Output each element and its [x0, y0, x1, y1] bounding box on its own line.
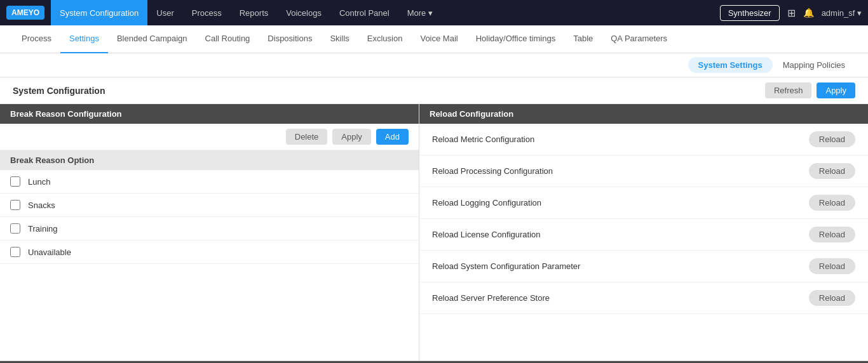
- reload-row-4: Reload System Configuration Parameter Re…: [419, 251, 868, 282]
- tab-system-settings[interactable]: System Settings: [688, 57, 773, 73]
- checkbox-lunch[interactable]: [10, 176, 20, 187]
- reload-label-1: Reload Processing Configuration: [432, 166, 553, 176]
- action-bar: Delete Apply Add: [0, 124, 419, 150]
- scrollable-content: Break Reason Configuration Delete Apply …: [0, 104, 868, 360]
- break-reason-row-2: Training: [0, 217, 419, 241]
- apply-break-button[interactable]: Apply: [332, 129, 371, 145]
- subnav-dispositions[interactable]: Dispositions: [259, 25, 321, 53]
- synthesizer-button[interactable]: Synthesizer: [720, 5, 780, 21]
- checkbox-training[interactable]: [10, 223, 20, 234]
- subnav-process[interactable]: Process: [13, 25, 60, 53]
- section-header-bar: System Configuration Refresh Apply: [0, 77, 868, 104]
- reload-btn-2[interactable]: Reload: [809, 195, 855, 211]
- reload-btn-3[interactable]: Reload: [809, 227, 855, 242]
- reload-btn-1[interactable]: Reload: [809, 163, 855, 179]
- nav-item-system-configuration[interactable]: System Configuration: [51, 0, 147, 25]
- delete-button[interactable]: Delete: [286, 129, 328, 145]
- nav-items: System Configuration User Process Report…: [51, 0, 720, 25]
- refresh-button[interactable]: Refresh: [765, 82, 812, 98]
- reload-label-5: Reload Server Preference Store: [432, 293, 550, 303]
- reload-row-0: Reload Metric Configuration Reload: [419, 124, 868, 155]
- top-nav: AMEYO System Configuration User Process …: [0, 0, 868, 25]
- nav-item-reports[interactable]: Reports: [231, 0, 278, 25]
- header-buttons: Refresh Apply: [765, 82, 855, 98]
- break-reason-column-header: Break Reason Option: [0, 150, 419, 170]
- break-reason-label-0: Lunch: [28, 177, 50, 187]
- break-reason-row-1: Snacks: [0, 194, 419, 217]
- subnav-settings[interactable]: Settings: [60, 25, 108, 53]
- subnav-blended-campaign[interactable]: Blended Campaign: [108, 25, 196, 53]
- sub-nav: Process Settings Blended Campaign Call R…: [0, 25, 868, 53]
- subnav-qa-parameters[interactable]: QA Parameters: [602, 25, 676, 53]
- nav-item-user[interactable]: User: [147, 0, 182, 25]
- nav-item-control-panel[interactable]: Control Panel: [330, 0, 398, 25]
- settings-tabs: System Settings Mapping Policies: [0, 53, 868, 77]
- bell-icon[interactable]: [803, 8, 814, 18]
- subnav-holiday-office-timings[interactable]: Holiday/Office timings: [467, 25, 564, 53]
- checkbox-snacks[interactable]: [10, 200, 20, 210]
- reload-btn-4[interactable]: Reload: [809, 258, 855, 274]
- page-wrapper: Break Reason Configuration Delete Apply …: [0, 104, 868, 363]
- left-panel: Break Reason Configuration Delete Apply …: [0, 104, 419, 360]
- subnav-skills[interactable]: Skills: [321, 25, 358, 53]
- add-button[interactable]: Add: [376, 129, 409, 145]
- right-panel: Reload Configuration Reload Metric Confi…: [419, 104, 868, 360]
- tab-mapping-policies[interactable]: Mapping Policies: [773, 57, 855, 73]
- break-reason-row-0: Lunch: [0, 170, 419, 194]
- break-reason-label-1: Snacks: [28, 201, 55, 210]
- admin-label[interactable]: admin_sf ▾: [822, 8, 862, 18]
- checkbox-unavailable[interactable]: [10, 247, 20, 257]
- grid-icon[interactable]: [787, 7, 796, 19]
- break-reason-row-3: Unavailable: [0, 241, 419, 264]
- break-reason-label-3: Unavailable: [28, 248, 71, 257]
- subnav-call-routing[interactable]: Call Routing: [196, 25, 259, 53]
- reload-label-3: Reload License Configuration: [432, 230, 541, 239]
- section-title: System Configuration: [13, 86, 105, 96]
- apply-button[interactable]: Apply: [817, 82, 855, 98]
- reload-row-3: Reload License Configuration Reload: [419, 219, 868, 251]
- reload-row-1: Reload Processing Configuration Reload: [419, 155, 868, 187]
- reload-label-2: Reload Logging Configuration: [432, 198, 541, 208]
- reload-label-4: Reload System Configuration Parameter: [432, 261, 580, 271]
- subnav-exclusion[interactable]: Exclusion: [358, 25, 412, 53]
- reload-btn-0[interactable]: Reload: [809, 131, 855, 147]
- reload-row-2: Reload Logging Configuration Reload: [419, 187, 868, 219]
- nav-item-process[interactable]: Process: [183, 0, 231, 25]
- nav-item-voicelogs[interactable]: Voicelogs: [277, 0, 330, 25]
- subnav-voice-mail[interactable]: Voice Mail: [411, 25, 466, 53]
- reload-config-header: Reload Configuration: [419, 104, 868, 124]
- reload-btn-5[interactable]: Reload: [809, 290, 855, 306]
- nav-item-more[interactable]: More ▾: [398, 0, 442, 25]
- logo: AMEYO: [6, 6, 44, 20]
- subnav-table[interactable]: Table: [564, 25, 602, 53]
- reload-label-0: Reload Metric Configuration: [432, 135, 534, 144]
- nav-right: Synthesizer admin_sf ▾: [720, 5, 862, 21]
- break-reason-label-2: Training: [28, 224, 57, 234]
- break-reason-header: Break Reason Configuration: [0, 104, 419, 124]
- crm-section: CRM Integration ⚡ SALESFORCE_LIGHTNING A…: [0, 360, 868, 363]
- reload-row-5: Reload Server Preference Store Reload: [419, 282, 868, 314]
